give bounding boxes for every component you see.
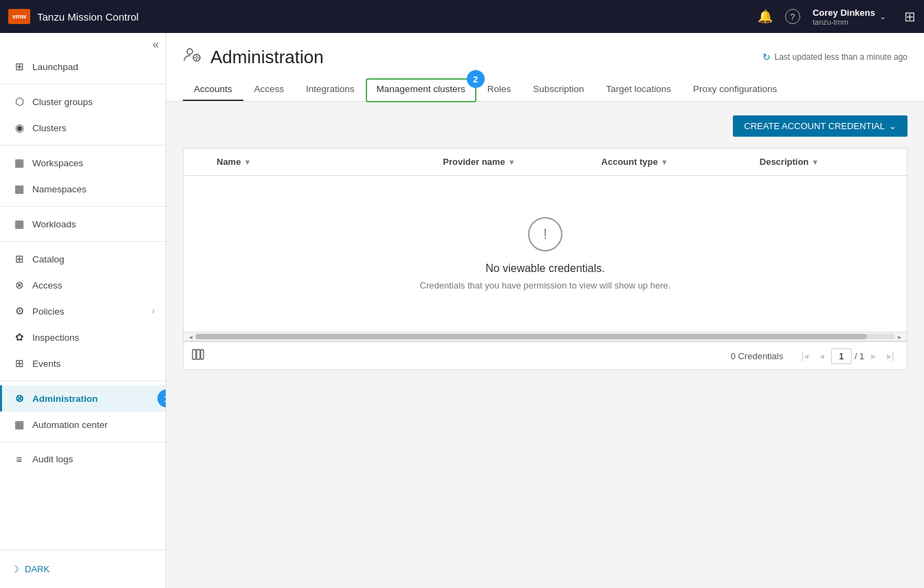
page-title: Administration [210,47,324,68]
page-header: Administration ↻ Last updated less than … [166,33,924,102]
access-icon: ⊗ [13,279,25,291]
sidebar-item-label: Access [32,280,63,291]
topbar-icons: 🔔 ? Corey Dinkens tanzu-tmm ⌄ ⊞ [758,8,916,26]
sidebar-item-label: Events [32,359,60,369]
credentials-table: Name ▼ Provider name ▼ Account type ▼ De… [183,148,908,370]
tabs-bar: Accounts Access Integrations Management … [183,78,908,101]
sidebar-divider-6 [0,442,166,442]
sidebar-item-cluster-groups[interactable]: ⬡ Cluster groups [0,89,166,115]
sidebar-item-automation-center[interactable]: ▦ Automation center [0,411,166,438]
page-title-icon [183,45,202,69]
svg-point-0 [187,49,192,54]
dark-mode-label: DARK [25,564,50,574]
tab-access[interactable]: Access [243,78,296,101]
sidebar-item-workloads[interactable]: ▦ Workloads [0,211,166,237]
sidebar-item-access[interactable]: ⊗ Access [0,272,166,298]
pagination-next-button[interactable]: ▸ [867,348,880,364]
workspaces-icon: ▦ [13,157,25,169]
sidebar-item-events[interactable]: ⊞ Events [0,350,166,376]
sidebar-item-label: Automation center [32,420,108,430]
pagination-first-button[interactable]: |◂ [797,348,813,364]
policies-icon: ⚙ [13,305,25,317]
catalog-icon: ⊞ [13,253,25,265]
sidebar-item-label: Launchpad [32,62,78,72]
sidebar-bottom: ☽ DARK [0,550,166,588]
empty-state-title: No viewable credentials. [485,262,604,275]
sidebar-item-label: Namespaces [32,184,87,194]
page-title-row: Administration [183,45,324,69]
table-footer: 0 Credentials |◂ ◂ / 1 ▸ ▸| [184,341,907,370]
empty-state-icon: ! [528,217,562,251]
launchpad-icon: ⊞ [13,60,25,73]
sidebar-item-audit-logs[interactable]: ≡ Audit logs [0,446,166,472]
page-header-top: Administration ↻ Last updated less than … [183,45,908,69]
svg-rect-6 [192,350,196,359]
tab-integrations[interactable]: Integrations [295,78,366,101]
dark-mode-icon: ☽ [11,564,19,574]
tab-management-clusters[interactable]: Management clusters 2 [366,78,476,102]
sidebar-divider-2 [0,145,166,146]
description-filter-icon[interactable]: ▼ [811,158,819,166]
sidebar-item-administration[interactable]: ⊗ Administration 1 [0,385,166,411]
horizontal-scrollbar[interactable]: ◂ ▸ [184,332,907,341]
policies-expand-icon: › [152,306,155,316]
step-badge-2: 2 [467,70,485,88]
scroll-right-icon[interactable]: ▸ [895,333,904,341]
pagination-current-input[interactable] [831,348,852,364]
account-type-filter-icon[interactable]: ▼ [661,158,668,166]
dark-mode-button[interactable]: ☽ DARK [0,557,166,581]
col-description: Description ▼ [749,148,907,175]
user-menu[interactable]: Corey Dinkens tanzu-tmm ⌄ [813,8,886,26]
sidebar-item-launchpad[interactable]: ⊞ Launchpad [0,54,166,80]
namespaces-icon: ▦ [13,183,25,195]
events-icon: ⊞ [13,357,25,370]
table-header: Name ▼ Provider name ▼ Account type ▼ De… [184,148,907,176]
provider-filter-icon[interactable]: ▼ [508,158,516,166]
pagination-prev-button[interactable]: ◂ [815,348,828,364]
topbar: vmw Tanzu Mission Control 🔔 ? Corey Dink… [0,0,924,33]
user-chevron-icon: ⌄ [879,12,886,21]
automation-center-icon: ▦ [13,418,25,431]
user-subtitle: tanzu-tmm [813,18,875,26]
user-name: Corey Dinkens [813,8,875,18]
sidebar-item-clusters[interactable]: ◉ Clusters [0,115,166,141]
refresh-icon[interactable]: ↻ [762,52,771,63]
help-icon[interactable]: ? [785,9,800,24]
svg-rect-8 [201,350,204,359]
tab-target-locations[interactable]: Target locations [595,78,682,101]
sidebar-item-inspections[interactable]: ✿ Inspections [0,324,166,350]
content-toolbar: CREATE ACCOUNT CREDENTIAL ⌄ [183,115,908,137]
audit-logs-icon: ≡ [13,453,25,465]
app-grid-icon[interactable]: ⊞ [904,8,916,25]
sidebar-divider-4 [0,241,166,242]
table-body: ! No viewable credentials. Credentials t… [184,176,907,332]
sidebar-item-namespaces[interactable]: ▦ Namespaces [0,176,166,202]
tab-accounts[interactable]: Accounts [183,78,243,101]
sidebar-divider-5 [0,381,166,381]
sidebar-item-policies[interactable]: ⚙ Policies › [0,298,166,324]
notification-icon[interactable]: 🔔 [758,9,773,24]
last-updated-text: Last updated less than a minute ago [775,52,908,62]
tab-subscription[interactable]: Subscription [522,78,595,101]
col-account-type: Account type ▼ [591,148,749,175]
sidebar-collapse-button[interactable]: « [153,38,159,51]
scroll-left-icon[interactable]: ◂ [186,333,195,341]
column-toggle-button[interactable] [192,349,204,363]
sidebar-item-label: Cluster groups [32,97,93,107]
sidebar-item-catalog[interactable]: ⊞ Catalog [0,246,166,272]
sidebar-item-label: Inspections [32,332,79,343]
tab-proxy-configurations[interactable]: Proxy configurations [682,78,788,101]
sidebar-item-workspaces[interactable]: ▦ Workspaces [0,150,166,176]
credentials-count: 0 Credentials [731,351,784,361]
inspections-icon: ✿ [13,331,25,343]
empty-state: ! No viewable credentials. Credentials t… [184,176,907,332]
sidebar-item-label: Catalog [32,254,65,264]
step-badge-1: 1 [157,389,166,407]
create-account-credential-button[interactable]: CREATE ACCOUNT CREDENTIAL ⌄ [733,115,908,137]
name-filter-icon[interactable]: ▼ [243,158,251,166]
col-provider-name: Provider name ▼ [432,148,590,175]
content-area: CREATE ACCOUNT CREDENTIAL ⌄ Name ▼ Provi… [166,102,924,588]
sidebar-divider-1 [0,84,166,84]
pagination-last-button[interactable]: ▸| [883,348,899,364]
sidebar-divider-3 [0,206,166,207]
